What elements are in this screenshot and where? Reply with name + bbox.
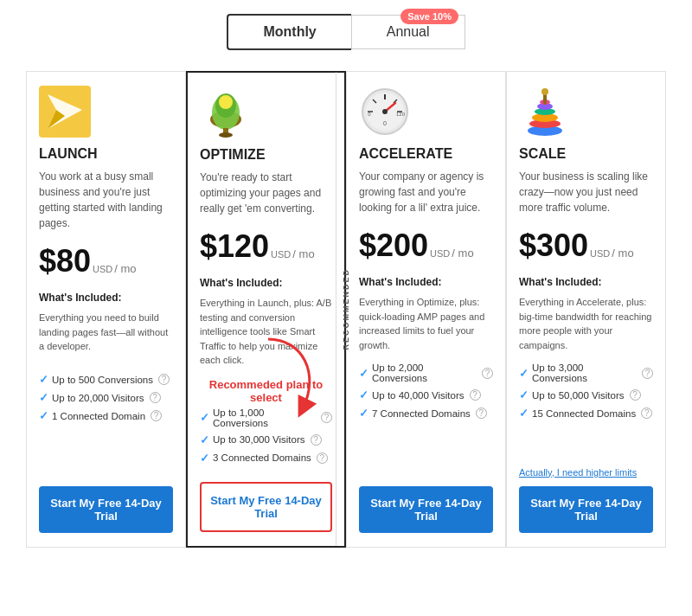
launch-description: You work at a busy small business and yo… [39, 169, 173, 231]
scale-features: ✓Up to 3,000 Conversions? ✓Up to 50,000 … [519, 363, 653, 455]
accelerate-feature-2: ✓Up to 40,000 Visitors? [359, 388, 493, 401]
accelerate-currency: USD [430, 248, 450, 259]
plan-scale: SCALE Your business is scaling like craz… [506, 71, 666, 548]
scale-feature-2: ✓Up to 50,000 Visitors? [519, 388, 653, 401]
scale-period: / mo [612, 247, 633, 260]
optimize-period: / mo [292, 247, 314, 260]
accelerate-icon: 0 0 120 [359, 86, 411, 138]
launch-plan-name: LAUNCH [39, 146, 173, 162]
recommended-label: RECOMMENDED [336, 73, 355, 546]
svg-point-6 [219, 95, 233, 109]
plan-accelerate: 0 0 120 ACCELERATE Your company or agenc… [346, 71, 506, 548]
scale-whats-included: What's Included: [519, 276, 653, 288]
scale-price-amount: $300 [519, 228, 588, 264]
optimize-icon [200, 87, 252, 138]
launch-features: ✓Up to 500 Conversions? ✓Up to 20,000 Vi… [39, 373, 173, 474]
optimize-whats-included: What's Included: [200, 277, 332, 289]
launch-feature-1: ✓Up to 500 Conversions? [39, 373, 173, 386]
monthly-tab[interactable]: Monthly [227, 14, 350, 50]
accelerate-description: Your company or agency is growing fast a… [359, 169, 493, 215]
launch-price: $80 USD / mo [39, 243, 173, 279]
launch-included-desc: Everything you need to build landing pag… [39, 311, 173, 363]
launch-feature-2: ✓Up to 20,000 Visitors? [39, 391, 173, 404]
scale-feature-1: ✓Up to 3,000 Conversions? [519, 363, 653, 383]
optimize-cta-button[interactable]: Start My Free 14-Day Trial [200, 482, 332, 532]
optimize-price-amount: $120 [200, 228, 269, 265]
launch-cta-button[interactable]: Start My Free 14-Day Trial [39, 486, 173, 533]
accelerate-features: ✓Up to 2,000 Conversions? ✓Up to 40,000 … [359, 363, 493, 474]
plan-optimize: RECOMMENDED OPTIMIZE You're ready to sta… [186, 71, 346, 548]
optimize-price: $120 USD / mo [200, 228, 332, 265]
optimize-feature-3: ✓3 Connected Domains? [200, 452, 332, 465]
save-badge: Save 10% [400, 9, 458, 24]
svg-point-8 [219, 132, 233, 138]
optimize-features: ✓Up to 1,000 Conversions? ✓Up to 30,000 … [200, 407, 332, 470]
svg-text:0: 0 [383, 120, 387, 126]
plans-wrapper: LAUNCH You work at a busy small business… [0, 71, 692, 548]
accelerate-price-amount: $200 [359, 228, 428, 264]
accelerate-period: / mo [452, 247, 473, 260]
accelerate-feature-1: ✓Up to 2,000 Conversions? [359, 363, 493, 383]
optimize-feature-1: ✓Up to 1,000 Conversions? [200, 407, 332, 428]
optimize-plan-name: OPTIMIZE [200, 147, 332, 163]
higher-limits-link[interactable]: Actually, I need higher limits [519, 467, 653, 478]
scale-included-desc: Everything in Accelerate, plus: big-time… [519, 295, 653, 352]
scale-feature-3: ✓15 Connected Domains? [519, 407, 653, 420]
accelerate-cta-button[interactable]: Start My Free 14-Day Trial [359, 486, 493, 533]
svg-text:120: 120 [396, 112, 406, 117]
launch-icon [39, 86, 91, 138]
optimize-included-desc: Everything in Launch, plus: A/B testing … [200, 296, 332, 368]
recommend-text: Recommeded plan to select [200, 378, 332, 404]
accelerate-plan-name: ACCELERATE [359, 146, 493, 162]
optimize-currency: USD [271, 249, 291, 260]
launch-feature-3: ✓1 Connected Domain? [39, 409, 173, 422]
billing-toggle: Monthly Annual Save 10% [0, 0, 692, 71]
scale-plan-name: SCALE [519, 146, 653, 162]
scale-description: Your business is scaling like crazy—now … [519, 169, 653, 215]
scale-icon [519, 86, 571, 138]
accelerate-feature-3: ✓7 Connected Domains? [359, 407, 493, 420]
accelerate-price: $200 USD / mo [359, 228, 493, 264]
optimize-feature-2: ✓Up to 30,000 Visitors? [200, 433, 332, 446]
scale-cta-button[interactable]: Start My Free 14-Day Trial [519, 486, 653, 533]
launch-price-amount: $80 [39, 243, 91, 279]
launch-whats-included: What's Included: [39, 292, 173, 304]
scale-price: $300 USD / mo [519, 228, 653, 264]
launch-currency: USD [93, 264, 112, 274]
accelerate-whats-included: What's Included: [359, 276, 493, 288]
launch-period: / mo [114, 262, 136, 275]
accelerate-included-desc: Everything in Optimize, plus: quick-load… [359, 295, 493, 352]
svg-point-28 [541, 88, 548, 95]
plan-launch: LAUNCH You work at a busy small business… [26, 71, 186, 548]
svg-point-17 [382, 109, 388, 114]
scale-currency: USD [590, 248, 610, 259]
optimize-description: You're ready to start optimizing your pa… [200, 170, 332, 216]
